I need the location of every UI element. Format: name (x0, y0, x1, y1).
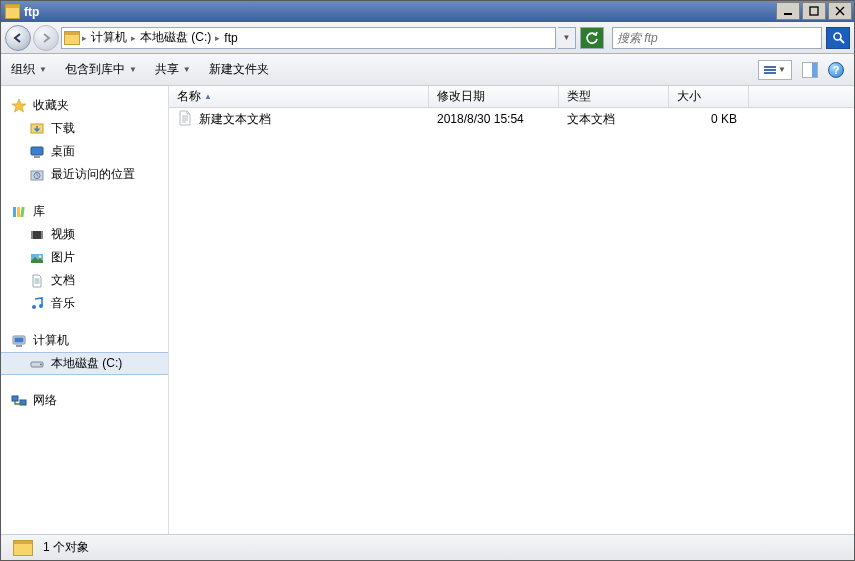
file-name: 新建文本文档 (199, 111, 271, 128)
minimize-button[interactable] (776, 2, 800, 20)
sidebar-item-desktop[interactable]: 桌面 (1, 140, 168, 163)
sidebar-item-drive-c[interactable]: 本地磁盘 (C:) (1, 352, 168, 375)
sidebar-network-header[interactable]: 网络 (1, 389, 168, 412)
new-folder-button[interactable]: 新建文件夹 (209, 61, 269, 78)
list-item[interactable]: 新建文本文档 2018/8/30 15:54 文本文档 0 KB (169, 108, 854, 130)
chevron-down-icon: ▼ (778, 65, 786, 74)
refresh-button[interactable] (580, 27, 604, 49)
search-input[interactable] (613, 31, 821, 45)
library-icon (11, 204, 27, 220)
view-options-button[interactable]: ▼ (758, 60, 792, 80)
column-headers: 名称▲ 修改日期 类型 大小 (169, 86, 854, 108)
svg-point-18 (39, 255, 42, 258)
column-header-name[interactable]: 名称▲ (169, 86, 429, 107)
sidebar-item-label: 图片 (51, 249, 75, 266)
sidebar-network-label: 网络 (33, 392, 57, 409)
chevron-right-icon: ▸ (215, 33, 220, 43)
svg-rect-26 (16, 345, 22, 347)
organize-menu[interactable]: 组织▼ (11, 61, 47, 78)
svg-rect-13 (20, 206, 24, 216)
column-header-size[interactable]: 大小 (669, 86, 749, 107)
search-box[interactable] (612, 27, 822, 49)
column-header-type[interactable]: 类型 (559, 86, 669, 107)
chevron-right-icon: ▸ (82, 33, 87, 43)
share-menu[interactable]: 共享▼ (155, 61, 191, 78)
folder-icon (13, 540, 33, 556)
music-icon (29, 296, 45, 312)
address-bar-row: ▸ 计算机 ▸ 本地磁盘 (C:) ▸ ftp ▼ (1, 22, 854, 54)
main-area: 收藏夹 下载 桌面 最近访问的位置 库 视频 (1, 86, 854, 534)
command-bar: 组织▼ 包含到库中▼ 共享▼ 新建文件夹 ▼ ? (1, 54, 854, 86)
computer-icon (11, 333, 27, 349)
sidebar-item-documents[interactable]: 文档 (1, 269, 168, 292)
sidebar-item-label: 视频 (51, 226, 75, 243)
breadcrumb-computer[interactable]: 计算机 (89, 29, 129, 46)
title-bar: ftp (1, 1, 854, 22)
column-header-spacer (749, 86, 854, 107)
svg-point-22 (32, 305, 36, 309)
sidebar-favorites-label: 收藏夹 (33, 97, 69, 114)
sort-asc-icon: ▲ (204, 92, 212, 101)
file-size: 0 KB (669, 112, 749, 126)
sidebar-item-music[interactable]: 音乐 (1, 292, 168, 315)
recent-places-icon (29, 167, 45, 183)
svg-rect-16 (41, 231, 43, 239)
svg-line-5 (840, 39, 844, 43)
forward-button[interactable] (33, 25, 59, 51)
svg-rect-25 (15, 337, 24, 342)
sidebar-item-videos[interactable]: 视频 (1, 223, 168, 246)
chevron-right-icon: ▸ (131, 33, 136, 43)
sidebar-computer-header[interactable]: 计算机 (1, 329, 168, 352)
network-icon (11, 393, 27, 409)
sidebar-item-label: 音乐 (51, 295, 75, 312)
file-type: 文本文档 (559, 111, 669, 128)
close-button[interactable] (828, 2, 852, 20)
sidebar-libraries-header[interactable]: 库 (1, 200, 168, 223)
sidebar-favorites-header[interactable]: 收藏夹 (1, 94, 168, 117)
chevron-down-icon: ▼ (39, 65, 47, 74)
svg-point-4 (834, 33, 841, 40)
file-date: 2018/8/30 15:54 (429, 112, 559, 126)
download-icon (29, 121, 45, 137)
column-header-date[interactable]: 修改日期 (429, 86, 559, 107)
include-in-library-menu[interactable]: 包含到库中▼ (65, 61, 137, 78)
sidebar-item-label: 文档 (51, 272, 75, 289)
sidebar-item-label: 桌面 (51, 143, 75, 160)
navigation-pane[interactable]: 收藏夹 下载 桌面 最近访问的位置 库 视频 (1, 86, 169, 534)
breadcrumb-drive[interactable]: 本地磁盘 (C:) (138, 29, 213, 46)
sidebar-libraries-label: 库 (33, 203, 45, 220)
document-icon (29, 273, 45, 289)
list-icon (764, 65, 776, 75)
svg-rect-11 (13, 207, 16, 217)
breadcrumb-folder[interactable]: ftp (222, 31, 239, 45)
address-bar[interactable]: ▸ 计算机 ▸ 本地磁盘 (C:) ▸ ftp (61, 27, 556, 49)
help-button[interactable]: ? (828, 62, 844, 78)
folder-icon (64, 31, 80, 45)
sidebar-item-label: 本地磁盘 (C:) (51, 355, 122, 372)
sidebar-item-downloads[interactable]: 下载 (1, 117, 168, 140)
desktop-icon (29, 144, 45, 160)
text-file-icon (177, 110, 193, 129)
content-pane: 名称▲ 修改日期 类型 大小 新建文本文档 2018/8/30 15:54 文本… (169, 86, 854, 534)
svg-rect-8 (34, 156, 40, 158)
svg-rect-7 (31, 147, 43, 155)
file-list[interactable]: 新建文本文档 2018/8/30 15:54 文本文档 0 KB (169, 108, 854, 534)
folder-icon (5, 4, 20, 19)
svg-rect-1 (810, 7, 818, 15)
sidebar-item-recent[interactable]: 最近访问的位置 (1, 163, 168, 186)
svg-rect-29 (12, 396, 18, 401)
sidebar-item-pictures[interactable]: 图片 (1, 246, 168, 269)
maximize-button[interactable] (802, 2, 826, 20)
sidebar-item-label: 下载 (51, 120, 75, 137)
address-dropdown[interactable]: ▼ (558, 27, 576, 49)
preview-pane-button[interactable] (802, 62, 818, 78)
svg-rect-12 (17, 207, 20, 217)
status-text: 1 个对象 (43, 539, 89, 556)
picture-icon (29, 250, 45, 266)
search-button[interactable] (826, 27, 850, 49)
star-icon (11, 98, 27, 114)
status-bar: 1 个对象 (1, 534, 854, 560)
back-button[interactable] (5, 25, 31, 51)
video-icon (29, 227, 45, 243)
sidebar-item-label: 最近访问的位置 (51, 166, 135, 183)
